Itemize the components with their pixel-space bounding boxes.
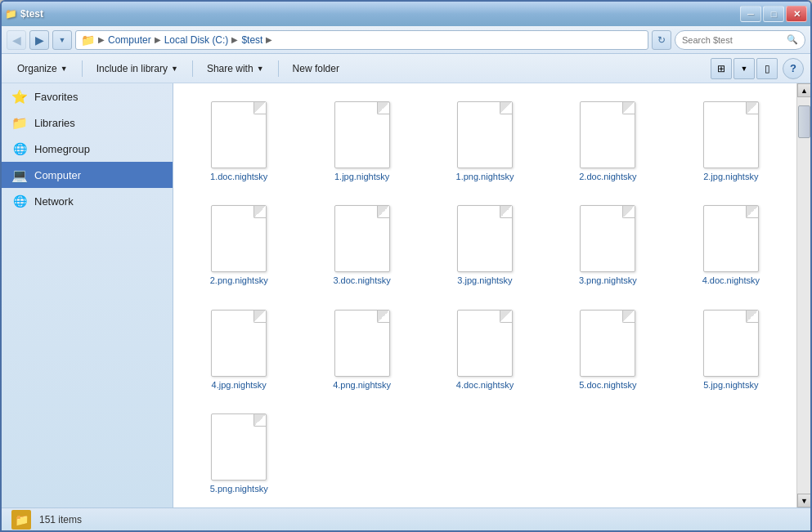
- preview-button[interactable]: ▯: [756, 58, 778, 79]
- file-item[interactable]: 1.png.nightsky: [428, 92, 542, 187]
- file-grid: 1.doc.nightsky1.jpg.nightsky1.png.nights…: [182, 92, 788, 499]
- dropdown-button[interactable]: ▼: [52, 30, 72, 50]
- file-page-graphic: [703, 205, 759, 272]
- title-bar-buttons: ─ □ ✕: [740, 6, 807, 22]
- file-icon: [578, 200, 637, 272]
- scroll-thumb[interactable]: [798, 105, 810, 138]
- file-item[interactable]: 5.doc.nightsky: [550, 300, 665, 396]
- scroll-down-button[interactable]: ▼: [797, 494, 810, 507]
- title-bar-left: 📁 $test: [5, 8, 43, 20]
- new-folder-button[interactable]: New folder: [284, 58, 348, 79]
- file-page-graphic: [334, 101, 390, 168]
- file-icon: [455, 200, 514, 272]
- file-name: 2.jpg.nightsky: [703, 172, 758, 181]
- scroll-up-button[interactable]: ▲: [797, 83, 810, 97]
- include-library-button[interactable]: Include in library ▼: [87, 58, 187, 79]
- file-page-graphic: [457, 205, 513, 272]
- forward-button[interactable]: ▶: [29, 30, 49, 50]
- close-button[interactable]: ✕: [786, 6, 807, 22]
- search-icon: 🔍: [787, 34, 798, 45]
- toolbar-separator-2: [192, 60, 193, 77]
- network-icon: 🌐: [11, 193, 28, 209]
- status-bar: 📁 151 items: [2, 507, 810, 530]
- file-page-graphic: [580, 310, 635, 377]
- maximize-button[interactable]: □: [763, 6, 784, 22]
- scrollbar: ▲ ▼: [796, 83, 810, 507]
- share-chevron: ▼: [257, 65, 264, 73]
- breadcrumb-computer[interactable]: Computer: [108, 34, 151, 46]
- file-page-graphic: [334, 310, 390, 377]
- sidebar-item-favorites[interactable]: ⭐ Favorites: [2, 83, 173, 110]
- file-item[interactable]: 1.jpg.nightsky: [304, 92, 419, 187]
- computer-icon: 💻: [11, 167, 28, 183]
- file-page-graphic: [211, 205, 267, 272]
- view-dropdown-button[interactable]: ▼: [733, 58, 755, 79]
- file-item[interactable]: 3.png.nightsky: [550, 195, 665, 291]
- main-content: ⭐ Favorites 📁 Libraries 🌐 Homegroup 💻 Co…: [2, 83, 810, 507]
- sidebar-item-libraries[interactable]: 📁 Libraries: [2, 110, 173, 136]
- refresh-button[interactable]: ↻: [652, 30, 671, 50]
- file-item[interactable]: 4.png.nightsky: [304, 300, 419, 396]
- file-item[interactable]: 4.doc.nightsky: [428, 300, 542, 396]
- help-button[interactable]: ?: [783, 58, 804, 79]
- file-name: 5.doc.nightsky: [579, 380, 636, 390]
- search-input[interactable]: [682, 35, 783, 45]
- breadcrumb-stest[interactable]: $test: [241, 34, 262, 46]
- sidebar-item-network[interactable]: 🌐 Network: [2, 188, 173, 214]
- sidebar-item-homegroup[interactable]: 🌐 Homegroup: [2, 136, 173, 162]
- view-buttons: ⊞ ▼ ▯ ?: [711, 58, 804, 79]
- include-chevron: ▼: [171, 65, 178, 73]
- file-icon: [209, 305, 268, 377]
- file-name: 2.png.nightsky: [210, 275, 268, 285]
- search-bar[interactable]: 🔍: [675, 30, 805, 50]
- sidebar-item-computer[interactable]: 💻 Computer: [2, 162, 173, 188]
- file-page-graphic: [457, 310, 513, 377]
- file-item[interactable]: 3.doc.nightsky: [304, 195, 419, 291]
- sidebar: ⭐ Favorites 📁 Libraries 🌐 Homegroup 💻 Co…: [2, 83, 173, 507]
- file-item[interactable]: 5.jpg.nightsky: [674, 300, 788, 396]
- file-item[interactable]: 2.doc.nightsky: [550, 92, 665, 187]
- scroll-track: [797, 97, 810, 494]
- toolbar: Organize ▼ Include in library ▼ Share wi…: [2, 54, 810, 83]
- file-name: 4.doc.nightsky: [456, 380, 514, 390]
- file-name: 5.jpg.nightsky: [703, 380, 758, 390]
- toolbar-separator-1: [82, 60, 83, 77]
- minimize-button[interactable]: ─: [740, 6, 761, 22]
- file-page-graphic: [211, 414, 267, 481]
- file-page-graphic: [580, 101, 635, 168]
- file-name: 1.doc.nightsky: [210, 172, 267, 181]
- sidebar-label-network: Network: [34, 195, 74, 208]
- file-item[interactable]: 1.doc.nightsky: [182, 92, 296, 187]
- file-icon: [578, 305, 637, 377]
- file-name: 2.doc.nightsky: [579, 172, 636, 181]
- share-with-button[interactable]: Share with ▼: [198, 58, 273, 79]
- file-name: 4.jpg.nightsky: [212, 380, 267, 390]
- sidebar-label-homegroup: Homegroup: [34, 143, 90, 155]
- file-icon: [333, 200, 392, 272]
- breadcrumb-localdisk[interactable]: Local Disk (C:): [164, 34, 229, 46]
- address-bar: ◀ ▶ ▼ 📁 ▶ Computer ▶ Local Disk (C:) ▶ $…: [2, 26, 810, 54]
- toolbar-separator-3: [278, 60, 279, 77]
- homegroup-icon: 🌐: [11, 141, 28, 157]
- file-icon: [333, 96, 392, 168]
- file-item[interactable]: 4.jpg.nightsky: [182, 300, 296, 396]
- file-item[interactable]: 3.jpg.nightsky: [428, 195, 542, 291]
- file-icon: [702, 96, 760, 168]
- organize-button[interactable]: Organize ▼: [8, 58, 77, 79]
- folder-icon: 📁: [81, 34, 95, 47]
- file-name: 1.jpg.nightsky: [334, 172, 389, 181]
- file-item[interactable]: 4.doc.nightsky: [674, 195, 788, 291]
- window-icon: 📁: [5, 8, 17, 20]
- back-button[interactable]: ◀: [7, 30, 26, 50]
- file-item[interactable]: 2.png.nightsky: [182, 195, 296, 291]
- file-item[interactable]: 2.jpg.nightsky: [674, 92, 788, 187]
- file-name: 5.png.nightsky: [210, 484, 268, 494]
- view-toggle-button[interactable]: ⊞: [711, 58, 732, 79]
- file-page-graphic: [703, 101, 759, 168]
- file-item[interactable]: 5.png.nightsky: [182, 404, 296, 499]
- organize-chevron: ▼: [61, 65, 68, 73]
- title-bar: 📁 $test ─ □ ✕: [2, 2, 810, 26]
- file-page-graphic: [457, 101, 513, 168]
- main-window: 📁 $test ─ □ ✕ ◀ ▶ ▼ 📁 ▶ Computer ▶ Local…: [0, 0, 812, 532]
- file-name: 4.doc.nightsky: [702, 275, 760, 285]
